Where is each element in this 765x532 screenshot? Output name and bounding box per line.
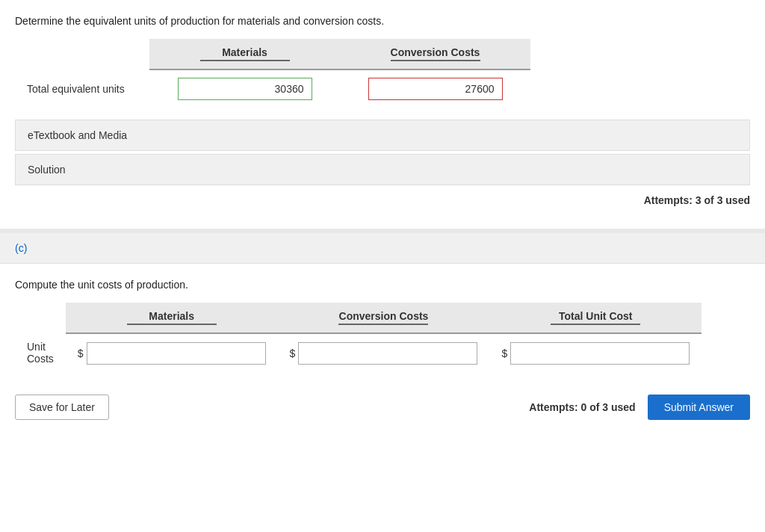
attempts-b: Attempts: 3 of 3 used: [15, 188, 750, 221]
submit-answer-button[interactable]: Submit Answer: [648, 395, 750, 420]
materials-dollar-group: $: [78, 342, 266, 365]
part-b-section: Determine the equivalent units of produc…: [0, 0, 765, 229]
materials-input-c[interactable]: [87, 342, 266, 365]
total-input-c[interactable]: [510, 342, 690, 365]
col-materials-c: Materials: [66, 303, 278, 333]
col-total-c: Total Unit Cost: [489, 303, 701, 333]
total-dollar-group: $: [501, 342, 690, 365]
right-actions: Attempts: 0 of 3 used Submit Answer: [529, 395, 750, 420]
attempts-c: Attempts: 0 of 3 used: [529, 401, 635, 413]
part-c-instruction: Compute the unit costs of production.: [15, 279, 750, 291]
col-conversion-b: Conversion Costs: [340, 39, 530, 69]
dollar-sign-3: $: [501, 347, 507, 359]
materials-input-b[interactable]: [178, 78, 312, 100]
conversion-input-b[interactable]: [368, 78, 503, 100]
solution-button[interactable]: Solution: [15, 154, 750, 185]
dollar-sign-1: $: [78, 347, 84, 359]
part-b-table: Materials Conversion Costs Total equival…: [15, 39, 530, 108]
table-row: Unit Costs $ $ $: [15, 333, 701, 372]
col-materials-b: Materials: [149, 39, 340, 69]
part-c-section: Compute the unit costs of production. Ma…: [0, 264, 765, 442]
etextbook-button[interactable]: eTextbook and Media: [15, 120, 750, 151]
part-c-label: (c): [15, 242, 27, 254]
part-b-instruction: Determine the equivalent units of produc…: [15, 15, 750, 27]
row-label-total-equiv: Total equivalent units: [15, 69, 149, 108]
conversion-dollar-group: $: [290, 342, 478, 365]
save-for-later-button[interactable]: Save for Later: [15, 395, 109, 420]
bottom-bar: Save for Later Attempts: 0 of 3 used Sub…: [15, 387, 750, 427]
dollar-sign-2: $: [290, 347, 296, 359]
part-c-table: Materials Conversion Costs Total Unit Co…: [15, 303, 701, 372]
part-c-header: (c): [0, 233, 765, 264]
table-row: Total equivalent units: [15, 69, 530, 108]
conversion-input-c[interactable]: [298, 342, 477, 365]
col-conversion-c: Conversion Costs: [278, 303, 490, 333]
row-label-unit-costs: Unit Costs: [15, 333, 66, 372]
